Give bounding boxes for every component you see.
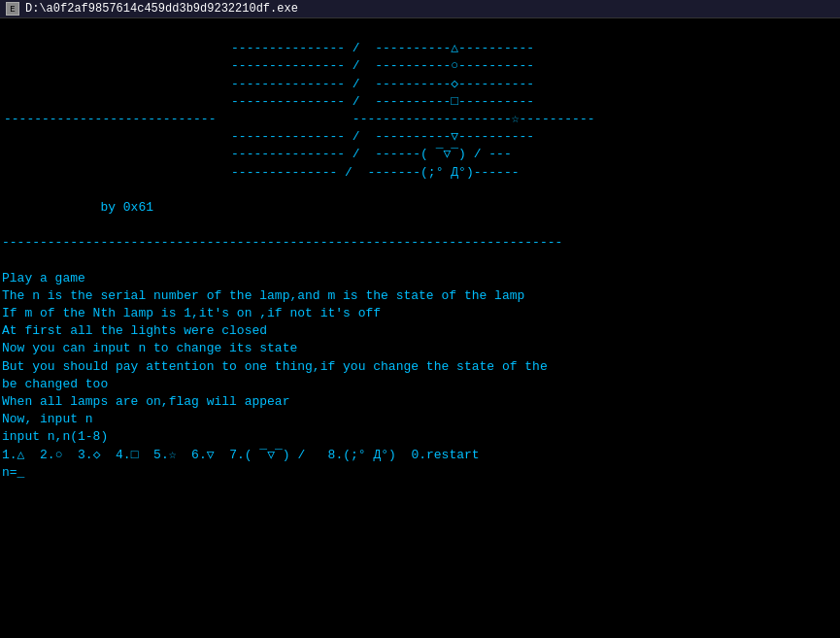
title-bar: E D:\a0f2af9857614c459dd3b9d9232210df.ex… <box>0 0 840 18</box>
window-title: D:\a0f2af9857614c459dd3b9d9232210df.exe <box>25 2 298 16</box>
art-line-8: -------------- / -------(;° Д°)------ <box>4 165 520 180</box>
art-line-7: --------------- / ------( ‾▽‾) / --- <box>4 147 512 161</box>
terminal[interactable]: --------------- / ----------△---------- … <box>0 18 840 635</box>
art-line-3: --------------- / ----------◇---------- <box>4 77 534 91</box>
game-intro: Play a game The n is the serial number o… <box>2 270 838 482</box>
art-line-6: --------------- / ----------▽---------- <box>4 129 534 144</box>
art-line-5: ---------------------------- -----------… <box>4 112 595 126</box>
credit-line: by 0x61 <box>2 199 838 217</box>
ascii-art: --------------- / ----------△---------- … <box>2 40 838 182</box>
art-line-2: --------------- / ----------○---------- <box>4 58 534 73</box>
art-line-4: --------------- / ----------□---------- <box>4 94 534 109</box>
separator-line: ----------------------------------------… <box>2 234 838 252</box>
exe-icon: E <box>6 2 19 16</box>
art-line-1: --------------- / ----------△---------- <box>4 41 534 55</box>
